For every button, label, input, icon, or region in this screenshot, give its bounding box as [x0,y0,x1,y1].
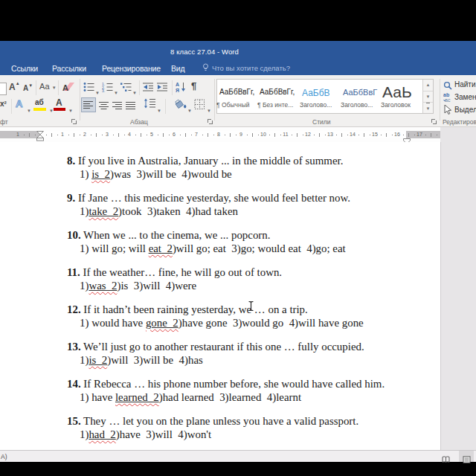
borders-button[interactable] [194,99,205,113]
option-text: 1) will go; will [80,242,149,254]
ruler-tick [381,135,382,135]
ruler-number: 10 [260,131,267,138]
underlined-answer: is 2 [91,168,110,180]
ruler-tick [141,133,141,137]
svg-text:ab: ab [443,92,449,97]
borders-dropdown[interactable]: ▼ [207,102,211,115]
read-mode-button[interactable] [442,453,450,466]
select-button[interactable]: Выделить [454,106,476,114]
option-text: 1) [80,280,89,292]
align-right-button[interactable] [112,100,123,113]
pilcrow-button[interactable]: ¶ [191,80,196,91]
highlight-button[interactable]: аб [35,98,44,106]
align-center-button[interactable] [99,100,109,113]
multilevel-list-button[interactable] [120,82,132,95]
ruler-number: 1 [14,131,22,138]
numbering-button[interactable]: 1.2.3. [102,82,113,95]
font-color-dropdown[interactable]: ▼ [68,102,73,115]
ruler-number: 16 [393,131,401,138]
shading-button[interactable] [173,98,187,113]
gallery-down-button[interactable]: ▼ [423,91,433,103]
page-edge [440,142,441,450]
print-layout-button[interactable] [463,453,471,466]
ruler-number: 7 [193,131,200,138]
ruler-tick [347,135,348,135]
line-spacing-dropdown[interactable]: ▼ [157,102,161,115]
clear-formatting-button[interactable]: А [62,81,76,96]
text-effects-dropdown[interactable]: ▼ [27,102,31,115]
shrink-font-button[interactable]: А▼ [23,83,33,92]
ruler-tick [292,135,292,135]
change-case-button[interactable]: Аа ▼ [39,82,57,91]
grow-font-button[interactable]: А▲ [9,81,20,92]
bullets-button[interactable] [83,82,94,95]
ruler-tick [208,133,208,137]
numbering-dropdown[interactable]: ▼ [114,84,118,97]
toolbar-divider [11,99,12,114]
svg-text:А: А [62,83,68,92]
align-left-button[interactable] [81,97,96,112]
paragraph-group-label: Абзац [130,118,148,126]
superscript-button[interactable]: х² [0,100,7,108]
tab-references[interactable]: Ссылки [11,64,38,73]
style-label: ¶ Обычный [216,101,250,109]
ruler-number: 1 [59,131,66,138]
paragraph-dialog-launcher[interactable] [208,119,213,124]
ruler-tick [147,135,147,135]
tab-mailings[interactable]: Рассылки [52,64,86,73]
ruler-tick [431,133,431,137]
tab-view[interactable]: Вид [171,64,185,73]
ruler-tick [74,133,74,137]
question-number: 15. [67,415,81,427]
ruler-tick [314,135,315,135]
ruler-tick [225,135,225,135]
ruler-number: 9 [237,131,245,138]
bullets-dropdown[interactable]: ▼ [95,84,100,97]
document-page[interactable]: 8. If you live in Australia, January ...… [0,142,440,450]
style-label: Заголово... [300,101,332,109]
text-effects-button[interactable]: А [16,98,22,109]
font-dialog-launcher[interactable] [71,119,77,124]
status-language[interactable]: А) [1,453,7,460]
ruler-tick [236,135,237,135]
tab-review[interactable]: Рецензирование [102,64,161,73]
ruler-number: 17 [416,131,423,138]
tellme-box[interactable]: Что вы хотите сделать? [212,64,290,72]
ruler-tick [29,133,30,137]
toolbar-divider [139,80,140,95]
font-color-button[interactable]: А [56,97,62,108]
align-justify-button[interactable] [126,100,136,113]
question-number: 11. [67,266,80,278]
ruler-tick [163,133,164,137]
style-sample: АаЬ [382,83,412,101]
ruler-number: 14 [349,131,356,138]
question-number: 10. [67,229,81,241]
style-sample: АаБбВвГ [343,88,377,97]
options-line: 1) have learned 2)had learned 3)learned … [80,391,440,403]
ruler-tick [191,135,192,135]
question-text: When we ... to the cinema, we ... popcor… [81,229,271,241]
ruler-tick [258,135,259,135]
decrease-indent-button[interactable] [142,82,154,95]
gallery-up-button[interactable]: ▲ [423,80,433,91]
line-spacing-button[interactable] [144,98,155,112]
styles-dialog-launcher[interactable] [431,119,437,124]
sort-button[interactable]: АЯ [176,81,187,95]
group-divider [80,79,80,120]
option-text: )was 3)will be 4)would be [110,168,232,180]
multilevel-dropdown[interactable]: ▼ [132,84,137,97]
options-line: 1) is 2)was 3)will be 4)would be [80,168,440,180]
find-button[interactable]: Найти [454,80,476,89]
underlined-answer: learned 2 [115,391,159,403]
shading-dropdown[interactable]: ▼ [187,102,192,115]
increase-indent-button[interactable] [156,82,168,95]
options-line: 1)is 2)will 3)will be 4)has [80,354,440,366]
replace-button[interactable]: Заменить [454,93,476,101]
font-group-label: фт [0,118,8,126]
font-size-box[interactable] [0,83,7,95]
ruler-number: 2 [81,131,89,138]
group-divider [214,79,215,120]
gallery-more-button[interactable]: ▼ [423,102,433,114]
editing-group-label: Редактирование [443,118,476,126]
ruler-tick [370,135,370,135]
